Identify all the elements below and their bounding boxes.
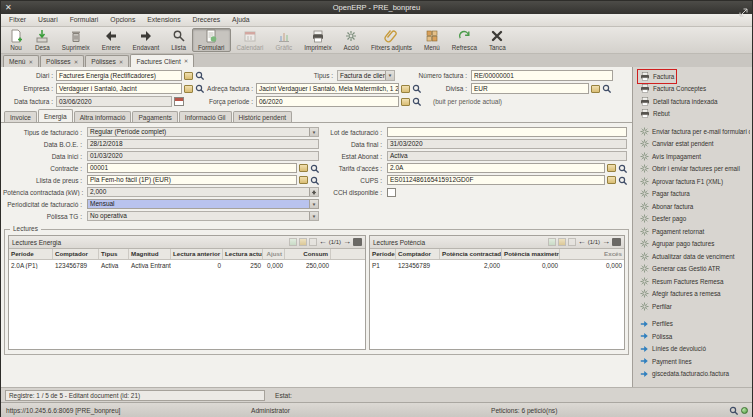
folder-lookup-icon[interactable] (299, 164, 308, 172)
calendar-picker-icon[interactable] (174, 97, 184, 106)
list-new-record-icon[interactable] (548, 238, 556, 246)
toolbar-menu-button[interactable]: Menú (418, 28, 446, 52)
action-button[interactable]: Obrir i enviar factures per email (638, 163, 750, 176)
table-cell[interactable]: Activa (99, 262, 129, 269)
relate-link[interactable]: Línies de devolució (638, 343, 750, 356)
adreca-factura-field[interactable]: Jacint Verdaguer i Santaló, Mela Matermi… (256, 83, 399, 94)
pager-next-icon[interactable]: → (602, 238, 610, 246)
list-open-record-icon[interactable] (299, 238, 307, 246)
action-button[interactable]: Pagament retornat (638, 225, 750, 238)
list-save-record-icon[interactable] (309, 238, 317, 246)
report-button[interactable]: Factura Conceptes (638, 83, 750, 96)
cups-field[interactable]: ES0112486165415912GD0F (387, 175, 605, 185)
menu-item[interactable]: Extensions (141, 14, 186, 26)
search-lookup-icon[interactable] (602, 84, 611, 93)
table-cell[interactable]: 2.0A (P1) (9, 262, 53, 269)
search-lookup-icon[interactable] (412, 97, 421, 106)
toolbar-nou-button[interactable]: Nou (3, 28, 29, 52)
action-button[interactable]: Avís Impagament (638, 150, 750, 163)
action-button[interactable]: Actualitzar data de venciment (638, 250, 750, 263)
search-lookup-icon[interactable] (618, 176, 627, 185)
tab-close-icon[interactable]: ✕ (119, 59, 124, 65)
action-button[interactable]: Abonar factura (638, 200, 750, 213)
tarifa-acces-field[interactable]: 2.0A (387, 163, 605, 173)
toolbar-imprimeix-button[interactable]: Imprimeix (298, 28, 337, 52)
toolbar-refresca-button[interactable]: Refresca (446, 28, 483, 52)
folder-lookup-icon[interactable] (299, 176, 308, 184)
search-lookup-icon[interactable] (310, 164, 319, 173)
polissa-tg-select[interactable]: No operativa▼ (87, 211, 319, 221)
table-cell[interactable]: 0 (171, 262, 223, 269)
column-header[interactable]: Lectura anterior (171, 249, 223, 259)
column-header[interactable]: Consum (285, 249, 331, 259)
pager-next-icon[interactable]: → (343, 238, 351, 246)
column-header[interactable]: Potència maximetre (502, 249, 560, 259)
report-button[interactable]: Detall factura indexada (638, 95, 750, 108)
menu-item[interactable]: Fitxer (3, 14, 32, 26)
menu-item[interactable]: Usuari (32, 14, 64, 26)
list-save-record-icon[interactable] (568, 238, 576, 246)
toolbar-tanca-button[interactable]: Tanca (483, 28, 512, 52)
column-header[interactable]: Excés (560, 249, 624, 259)
table-cell[interactable]: 0,000 (263, 262, 285, 269)
report-button[interactable]: Rebut (638, 108, 750, 121)
folder-lookup-icon[interactable] (184, 85, 193, 93)
cch-disponible-checkbox[interactable] (387, 188, 396, 197)
notebook-tab[interactable]: Invoice (4, 111, 37, 122)
search-lookup-icon[interactable] (618, 164, 627, 173)
requests-counter[interactable]: Peticions: 6 petició(ns) (491, 403, 557, 417)
table-cell[interactable]: 250,000 (285, 262, 331, 269)
report-button[interactable]: Factura (638, 70, 676, 83)
forca-periode-field[interactable]: 06/2020 (256, 96, 399, 107)
relate-link[interactable]: giscedata.facturacio.factura (638, 368, 750, 381)
table-cell[interactable]: 2,000 (440, 262, 502, 269)
tipus-facturacio-select[interactable]: Regular (Període complet)▼ (87, 127, 319, 137)
window-resize-icon[interactable] (739, 3, 748, 21)
menu-item[interactable]: Dreceres (187, 14, 227, 26)
toolbar-enrere-button[interactable]: Enrere (96, 28, 127, 52)
tab-close-icon[interactable]: ✕ (184, 58, 189, 64)
notebook-tab[interactable]: Energia (38, 109, 73, 122)
menu-item[interactable]: Opcions (104, 14, 141, 26)
notebook-tab[interactable]: Informació Gil (179, 111, 232, 122)
column-header[interactable]: Lectura actual (223, 249, 263, 259)
toolbar-fitxers-adjunts-button[interactable]: Fitxers adjunts (365, 28, 418, 52)
column-header[interactable]: Tipus (99, 249, 129, 259)
list-new-record-icon[interactable] (289, 238, 297, 246)
numero-factura-field[interactable]: RE/00000001 (471, 70, 613, 81)
column-header[interactable]: Període (9, 249, 53, 259)
folder-lookup-icon[interactable] (607, 164, 616, 172)
column-header[interactable]: Ajust (263, 249, 285, 259)
toolbar-llista-button[interactable]: Llista (165, 28, 192, 52)
relate-link[interactable]: Perfiles (638, 318, 750, 331)
folder-lookup-icon[interactable] (184, 72, 193, 80)
relate-link[interactable]: Pòlissa (638, 330, 750, 343)
workspace-tab[interactable]: Pòlisses ✕ (40, 55, 84, 67)
tab-close-icon[interactable]: ✕ (74, 59, 79, 65)
action-button[interactable]: Desfer pago (638, 213, 750, 226)
workspace-tab[interactable]: Menú ✕ (3, 55, 39, 67)
llista-preus-field[interactable]: Pla Fem-ho fàcil (1P) (EUR) (87, 175, 297, 185)
search-lookup-icon[interactable] (195, 71, 204, 80)
action-button[interactable]: Afegir factures a remesa (638, 288, 750, 301)
column-header[interactable]: Magnitud (129, 249, 171, 259)
action-button[interactable]: Resum Factures Remesa (638, 275, 750, 288)
toolbar-endavant-button[interactable]: Endavant (127, 28, 166, 52)
column-header[interactable]: Comptador (396, 249, 440, 259)
notebook-tab[interactable]: Històric pendent (233, 111, 293, 122)
folder-lookup-icon[interactable] (591, 85, 600, 93)
column-header[interactable]: Període (370, 249, 396, 259)
toolbar-suprimeix-button[interactable]: Suprimeix (56, 28, 96, 52)
table-cell[interactable]: 0,000 (502, 262, 560, 269)
spinner-buttons[interactable] (309, 188, 318, 196)
empresa-field[interactable]: Verdaguer i Santaló, Jacint (56, 83, 182, 94)
workspace-tab[interactable]: Pòlisses ✕ (85, 55, 129, 67)
column-header[interactable]: Potència contractada (440, 249, 502, 259)
search-status-icon[interactable] (729, 406, 738, 415)
tab-close-icon[interactable]: ✕ (29, 59, 34, 65)
workspace-tab[interactable]: Factures Client ✕ (130, 54, 194, 67)
column-header[interactable]: Comptador (53, 249, 99, 259)
relate-link[interactable]: Payment lines (638, 355, 750, 368)
menu-item[interactable]: Ajuda (226, 14, 255, 26)
folder-lookup-icon[interactable] (401, 85, 410, 93)
